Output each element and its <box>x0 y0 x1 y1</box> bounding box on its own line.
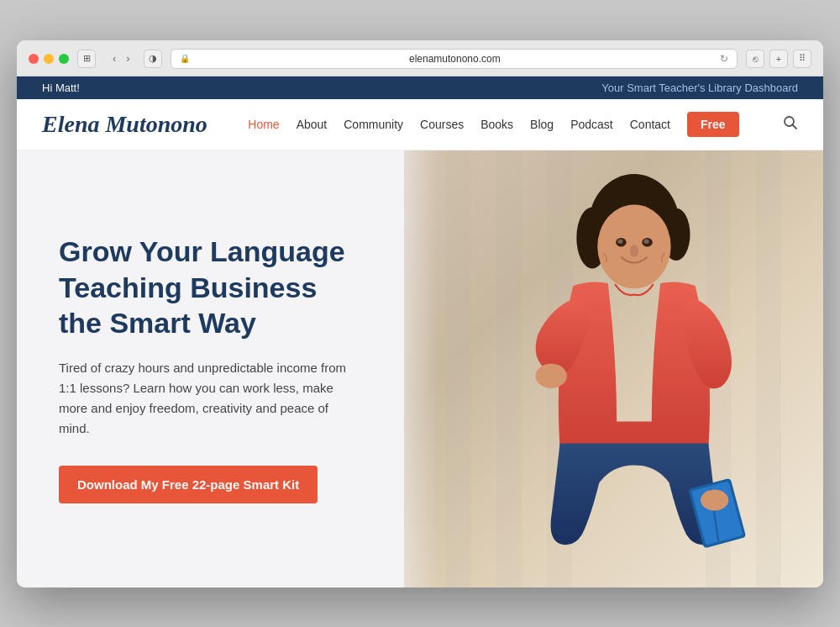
minimize-button[interactable] <box>44 54 54 64</box>
hero-section: Grow Your Language Teaching Business the… <box>17 150 823 587</box>
svg-point-13 <box>630 245 638 257</box>
nav-link-contact[interactable]: Contact <box>630 118 670 131</box>
site-logo[interactable]: Elena Mutonono <box>42 111 207 138</box>
nav-item-community[interactable]: Community <box>344 117 403 132</box>
nav-link-courses[interactable]: Courses <box>420 118 464 131</box>
share-icon[interactable]: ⎋ <box>746 50 764 68</box>
address-bar[interactable]: 🔒 elenamutonono.com ↻ <box>171 49 738 69</box>
svg-point-11 <box>618 239 623 243</box>
hero-title: Grow Your Language Teaching Business the… <box>59 234 362 341</box>
nav-link-blog[interactable]: Blog <box>530 118 554 131</box>
nav-item-courses[interactable]: Courses <box>420 117 464 132</box>
top-bar-dashboard-link[interactable]: Your Smart Teacher's Library Dashboard <box>601 82 798 94</box>
lock-icon: 🔒 <box>180 54 190 63</box>
hero-background <box>404 150 823 587</box>
nav-links-list: Home About Community Courses Books Blog … <box>248 112 738 137</box>
top-bar-greeting: Hi Matt! <box>42 82 80 94</box>
hero-content-left: Grow Your Language Teaching Business the… <box>17 150 404 587</box>
search-icon[interactable] <box>783 115 798 134</box>
hero-person-illustration <box>425 150 823 587</box>
browser-window: ⊞ ‹ › ◑ 🔒 elenamutonono.com ↻ ⎋ + ⠿ Hi M… <box>17 40 823 587</box>
back-button[interactable]: ‹ <box>109 50 119 66</box>
svg-point-12 <box>644 239 649 243</box>
browser-chrome: ⊞ ‹ › ◑ 🔒 elenamutonono.com ↻ ⎋ + ⠿ <box>17 40 823 76</box>
forward-button[interactable]: › <box>123 50 133 66</box>
hero-image-right <box>404 150 823 587</box>
nav-link-podcast[interactable]: Podcast <box>570 118 613 131</box>
url-text: elenamutonono.com <box>195 53 715 65</box>
nav-item-books[interactable]: Books <box>480 117 513 132</box>
nav-link-about[interactable]: About <box>297 118 328 131</box>
nav-item-blog[interactable]: Blog <box>530 117 554 132</box>
browser-nav-controls: ‹ › <box>109 50 134 66</box>
nav-item-podcast[interactable]: Podcast <box>570 117 613 132</box>
hero-subtitle: Tired of crazy hours and unpredictable i… <box>59 358 362 439</box>
nav-item-contact[interactable]: Contact <box>630 117 670 132</box>
nav-item-about[interactable]: About <box>297 117 328 132</box>
nav-link-books[interactable]: Books <box>480 118 513 131</box>
nav-link-community[interactable]: Community <box>344 118 403 131</box>
close-button[interactable] <box>29 54 39 64</box>
traffic-lights <box>29 54 69 64</box>
hero-cta-button[interactable]: Download My Free 22-page Smart Kit <box>59 466 318 503</box>
extensions-icon[interactable]: ⠿ <box>793 50 811 68</box>
theme-toggle-icon[interactable]: ◑ <box>144 50 162 68</box>
svg-line-1 <box>793 124 797 129</box>
navigation: Elena Mutonono Home About Community Cour… <box>17 99 823 150</box>
nav-item-free[interactable]: Free <box>687 112 739 137</box>
tab-overview-icon[interactable]: ⊞ <box>77 50 96 68</box>
nav-item-home[interactable]: Home <box>248 117 279 132</box>
new-tab-icon[interactable]: + <box>769 50 788 68</box>
nav-link-home[interactable]: Home <box>248 118 279 131</box>
reload-icon[interactable]: ↻ <box>720 53 728 65</box>
svg-point-18 <box>701 489 728 510</box>
browser-right-controls: ⎋ + ⠿ <box>746 50 811 68</box>
top-bar: Hi Matt! Your Smart Teacher's Library Da… <box>17 76 823 99</box>
maximize-button[interactable] <box>59 54 69 64</box>
free-button[interactable]: Free <box>687 112 739 137</box>
svg-point-14 <box>536 363 567 387</box>
